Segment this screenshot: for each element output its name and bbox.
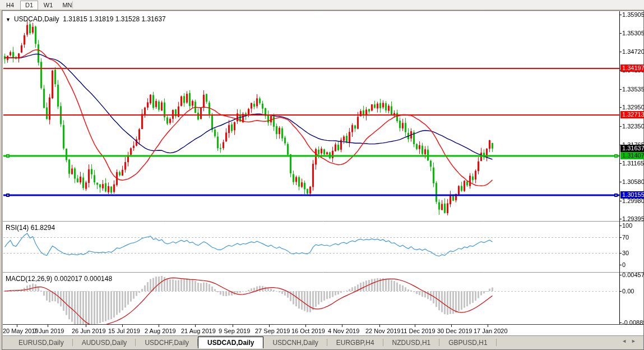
price-axis-label: 1.32950	[622, 104, 644, 110]
rsi-axis-label: 70	[622, 234, 629, 241]
rsi-indicator-label: RSI(14) 61.8294	[6, 224, 55, 232]
date-axis-label: 11 Dec 2019	[401, 328, 435, 334]
price-axis-label: 1.29395	[622, 215, 644, 222]
timeframe-button-w1[interactable]: W1	[39, 1, 57, 10]
timeframe-button-mn[interactable]: MN	[58, 1, 76, 10]
rsi-axis-label: 100	[622, 222, 632, 229]
tab-gbpusd-h1[interactable]: GBPUSD,H1	[439, 337, 496, 348]
level-badge-134197: 1.34197	[620, 65, 644, 72]
timeframe-toolbar: H4D1W1MN	[1, 1, 77, 10]
date-axis-label: 30 Dec 2019	[437, 328, 472, 334]
rsi-axis-label: 0	[622, 261, 626, 268]
tab-scroll-left-button[interactable]: ◄	[622, 338, 631, 344]
tab-usdcnh-daily[interactable]: USDCNH,Daily	[263, 337, 327, 348]
timeframe-button-d1[interactable]: D1	[20, 1, 38, 10]
date-axis-label: 16 Oct 2019	[291, 328, 325, 334]
tab-usdcad-daily[interactable]: USDCAD,Daily	[198, 337, 263, 348]
date-axis-label: 7 Jun 2019	[34, 328, 64, 334]
chart-canvas[interactable]	[0, 0, 644, 350]
chart-title-ohlc: 1.31815 1.31819 1.31528 1.31637	[63, 15, 166, 23]
price-axis-label: 1.34720	[622, 48, 644, 55]
tab-scroll-arrows: ◄►	[622, 338, 641, 344]
tab-audusd-daily[interactable]: AUDUSD,Daily	[73, 337, 136, 348]
date-axis-label: 22 Nov 2019	[365, 328, 400, 334]
date-axis-label: 15 Jul 2019	[108, 328, 140, 334]
price-axis-label: 1.35905	[622, 11, 644, 18]
rsi-axis-label: 30	[622, 250, 629, 256]
date-axis-label: 17 Jan 2020	[474, 328, 508, 334]
tab-eurusd-daily[interactable]: EURUSD,Daily	[10, 337, 73, 348]
tab-scroll-right-button[interactable]: ►	[631, 338, 641, 344]
chart-title: ▼USDCAD,Daily 1.31815 1.31819 1.31528 1.…	[6, 15, 166, 23]
level-badge-131407: 1.31407	[620, 152, 644, 159]
chart-tab-bar: EURUSD,DailyAUDUSD,DailyUSDCHF,DailyUSDC…	[3, 337, 643, 348]
date-axis-label: 4 Nov 2019	[328, 328, 359, 334]
tab-eurgbp-h4[interactable]: EURGBP,H4	[327, 337, 383, 348]
date-axis-label: 9 Sep 2019	[219, 328, 250, 334]
macd-axis-label: -0.00889	[622, 319, 644, 326]
tab-nzdusd-h1[interactable]: NZDUSD,H1	[383, 337, 440, 348]
timeframe-button-h4[interactable]: H4	[1, 1, 19, 10]
date-axis-label: 2 Aug 2019	[145, 328, 176, 334]
collapse-chart-toggle[interactable]: ▼	[6, 17, 11, 22]
macd-axis-label: 0.00	[622, 288, 634, 294]
price-axis-label: 1.32350	[622, 123, 644, 130]
macd-axis-label: 0.004572	[622, 271, 644, 278]
price-axis-label: 1.31165	[622, 160, 644, 167]
level-badge-130155: 1.30155	[620, 191, 644, 199]
date-axis-label: 21 Aug 2019	[181, 328, 216, 334]
price-axis-label: 1.33535	[622, 86, 644, 93]
macd-indicator-label: MACD(12,26,9) 0.002017 0.000148	[6, 275, 112, 283]
tab-usdchf-daily[interactable]: USDCHF,Daily	[136, 337, 198, 348]
level-badge-131637: 1.31637	[620, 145, 644, 152]
date-axis-label: 26 Jun 2019	[72, 328, 106, 334]
chart-title-symbol: USDCAD,Daily	[14, 15, 59, 23]
price-axis-label: 1.35305	[622, 30, 644, 36]
level-badge-132713: 1.32713	[620, 111, 644, 118]
mt4-terminal-window: H4D1W1MN ▼USDCAD,Daily 1.31815 1.31819 1…	[0, 0, 644, 350]
price-axis-label: 1.30580	[622, 178, 644, 185]
date-axis-label: 27 Sep 2019	[255, 328, 290, 334]
